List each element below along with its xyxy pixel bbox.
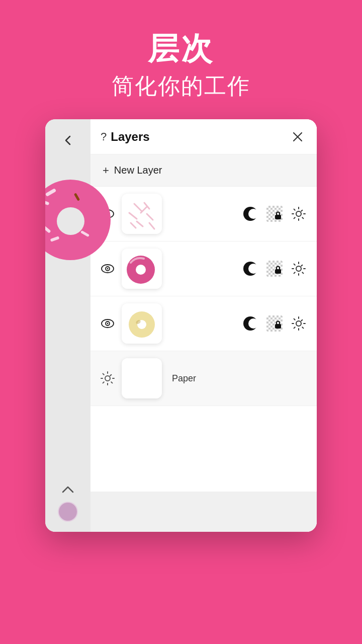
layer-settings-button[interactable] (289, 313, 309, 334)
layer-settings-button[interactable] (289, 259, 309, 279)
svg-rect-14 (275, 215, 281, 219)
layer-settings-button[interactable] (289, 204, 309, 224)
lock-icon (274, 320, 282, 329)
visibility-toggle[interactable] (99, 260, 117, 278)
svg-point-37 (105, 376, 110, 381)
gear-icon (100, 371, 115, 386)
layer-row (90, 187, 317, 242)
gear-icon (291, 261, 306, 276)
svg-point-15 (296, 211, 301, 216)
blend-mode-button[interactable] (240, 313, 260, 334)
header-line1: 层次 (112, 30, 250, 67)
help-icon[interactable]: ? (101, 130, 107, 143)
visibility-toggle[interactable] (99, 314, 117, 333)
svg-rect-24 (275, 269, 281, 274)
bottom-area (90, 492, 317, 532)
svg-point-25 (296, 266, 301, 271)
blend-mode-button[interactable] (240, 259, 260, 279)
svg-point-34 (248, 318, 258, 329)
paper-layer-label: Paper (172, 373, 196, 384)
gear-icon (291, 316, 306, 331)
layer-row (90, 296, 317, 351)
svg-rect-35 (275, 324, 281, 329)
svg-point-18 (107, 268, 109, 270)
blend-circle-icon (242, 260, 259, 277)
alpha-lock-button[interactable] (264, 204, 285, 224)
thumbnail-content (122, 194, 162, 234)
layer-row (90, 242, 317, 296)
layer-controls (240, 313, 309, 334)
layer-row-paper: Paper (90, 351, 317, 406)
lock-icon (274, 211, 282, 220)
panel-header: ? Layers (90, 119, 317, 154)
chevron-up-icon[interactable] (61, 485, 75, 497)
app-window: ? Layers + New Layer (45, 119, 317, 532)
eye-icon (101, 209, 114, 218)
header-line2: 简化你的工作 (112, 71, 250, 101)
visibility-toggle[interactable] (99, 205, 117, 223)
layer-controls (240, 259, 309, 279)
paper-thumbnail-content (122, 358, 162, 398)
layer-settings-button[interactable] (99, 369, 117, 387)
lock-icon (274, 265, 282, 274)
thumbnail-content (122, 249, 162, 289)
eye-icon (101, 264, 114, 273)
alpha-lock-button[interactable] (264, 313, 285, 334)
header-section: 层次 简化你的工作 (112, 30, 250, 101)
color-swatch[interactable] (58, 502, 78, 522)
new-layer-button[interactable]: + New Layer (90, 154, 317, 187)
layer-thumbnail[interactable] (122, 194, 162, 234)
gear-icon (291, 206, 306, 221)
close-button[interactable] (289, 128, 307, 146)
svg-rect-3 (122, 194, 162, 234)
blend-mode-button[interactable] (240, 204, 260, 224)
layers-list: Paper (90, 187, 317, 492)
svg-point-13 (248, 209, 258, 219)
new-layer-label: New Layer (114, 165, 162, 176)
layer-controls (240, 204, 309, 224)
eye-icon (101, 319, 114, 328)
panel-title-area: ? Layers (101, 130, 150, 144)
back-button[interactable] (57, 129, 79, 151)
back-arrow-icon (61, 133, 75, 147)
sidebar (45, 119, 90, 532)
svg-point-21 (136, 265, 146, 275)
alpha-lock-button[interactable] (264, 259, 285, 279)
plus-icon: + (103, 164, 109, 177)
layer-thumbnail[interactable] (122, 303, 162, 344)
sidebar-bottom (58, 485, 78, 522)
svg-point-28 (107, 323, 109, 325)
main-panel: ? Layers + New Layer (90, 119, 317, 532)
layer-thumbnail[interactable] (122, 358, 162, 398)
svg-point-23 (248, 264, 258, 274)
svg-point-36 (296, 321, 301, 326)
layer-thumbnail[interactable] (122, 249, 162, 289)
blend-circle-icon (242, 315, 259, 332)
thumbnail-content (122, 303, 162, 344)
svg-point-2 (107, 213, 109, 215)
panel-title: Layers (111, 130, 149, 144)
blend-circle-icon (242, 205, 259, 222)
